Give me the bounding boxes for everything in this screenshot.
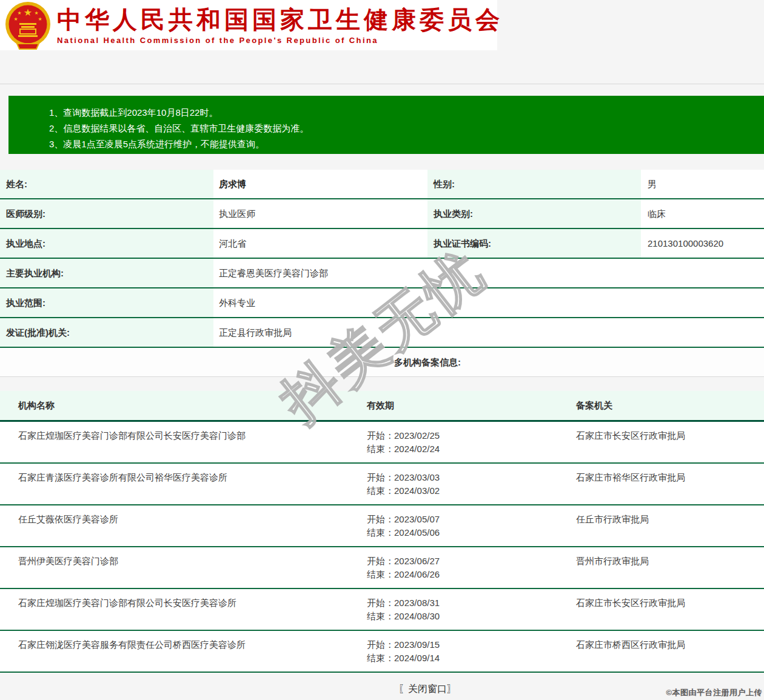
start-date: 2023/05/07: [394, 514, 440, 524]
info-row-name-gender: 姓名: 房求博 性别: 男: [0, 170, 764, 199]
header-band: ★ ★ ★ ★ ★ 中华人民共和国国家卫生健康委员会 National Heal…: [0, 0, 764, 52]
start-label: 开始：: [367, 598, 394, 608]
column-header-authority: 备案机关: [573, 391, 764, 420]
notice-box: 1、查询数据截止到2023年10月8日22时。 2、信息数据结果以各省、自治区、…: [8, 96, 764, 154]
scope-label: 执业范围:: [0, 288, 213, 317]
org-name-cell: 任丘艾薇依医疗美容诊所: [0, 505, 349, 546]
start-date: 2023/03/03: [394, 472, 440, 482]
start-date: 2023/09/15: [394, 639, 440, 650]
info-row-level-category: 医师级别: 执业医师 执业类别: 临床: [0, 199, 764, 229]
table-row: 石家庄煌珈医疗美容门诊部有限公司长安医疗美容诊所 开始：2023/08/31 结…: [0, 589, 764, 631]
cell-gap: [423, 199, 427, 228]
location-value: 河北省: [213, 229, 423, 258]
national-emblem-icon: ★ ★ ★ ★ ★: [5, 1, 51, 50]
footer: 〖关闭窗口〗: [0, 673, 764, 700]
end-date: 2024/02/24: [394, 444, 440, 454]
svg-text:★: ★: [24, 7, 32, 18]
page: ★ ★ ★ ★ ★ 中华人民共和国国家卫生健康委员会 National Heal…: [0, 0, 764, 700]
close-window-link[interactable]: 〖关闭窗口〗: [398, 684, 457, 694]
header-panel: ★ ★ ★ ★ ★ 中华人民共和国国家卫生健康委员会 National Heal…: [0, 0, 497, 50]
corner-watermark: ©本图由平台注册用户上传: [666, 687, 762, 698]
org-name-cell: 石家庄煌珈医疗美容门诊部有限公司长安医疗美容门诊部: [0, 422, 349, 462]
start-label: 开始：: [367, 430, 394, 441]
gender-value: 男: [641, 170, 764, 198]
gender-label: 性别:: [427, 170, 641, 198]
end-label: 结束：: [367, 444, 394, 454]
table-row: 石家庄煌珈医疗美容门诊部有限公司长安医疗美容门诊部 开始：2023/02/25 …: [0, 422, 764, 464]
spacer: [0, 377, 764, 391]
authority-cell: 任丘市行政审批局: [573, 505, 764, 546]
org-name-cell: 石家庄翎泷医疗美容服务有限责任公司桥西医疗美容诊所: [0, 631, 349, 672]
start-label: 开始：: [367, 639, 394, 650]
spacer: [0, 154, 764, 170]
site-title: 中华人民共和国国家卫生健康委员会: [57, 6, 503, 33]
table-row: 石家庄青漾医疗美容诊所有限公司裕华医疗美容诊所 开始：2023/03/03 结束…: [0, 464, 764, 505]
records-table-header: 机构名称 有效期 备案机关: [0, 391, 764, 422]
table-row: 任丘艾薇依医疗美容诊所 开始：2023/05/07 结束：2024/05/06 …: [0, 505, 764, 547]
doctor-info-table: 姓名: 房求博 性别: 男 医师级别: 执业医师 执业类别: 临床 执业地点: …: [0, 170, 764, 348]
notice-line-1: 1、查询数据截止到2023年10月8日22时。: [49, 105, 764, 121]
level-value: 执业医师: [213, 199, 423, 228]
start-date: 2023/08/31: [394, 598, 440, 608]
issuer-label: 发证(批准)机关:: [0, 318, 213, 347]
license-label: 执业证书编码:: [427, 229, 641, 258]
site-subtitle: National Health Commission of the People…: [57, 36, 503, 45]
org-name-cell: 晋州伊美医疗美容门诊部: [0, 547, 349, 588]
header-spacer: [0, 52, 764, 84]
validity-cell: 开始：2023/03/03 结束：2024/03/02: [349, 464, 573, 504]
category-value: 临床: [641, 199, 764, 228]
name-label: 姓名:: [0, 170, 213, 198]
validity-cell: 开始：2023/08/31 结束：2024/08/30: [349, 589, 573, 630]
info-row-issuer: 发证(批准)机关: 正定县行政审批局: [0, 318, 764, 348]
end-label: 结束：: [367, 569, 394, 579]
multi-org-section-title: 多机构备案信息:: [0, 348, 764, 377]
license-value: 210130100003620: [641, 229, 764, 258]
column-header-validity: 有效期: [349, 391, 573, 420]
start-label: 开始：: [367, 556, 394, 566]
svg-text:★: ★: [17, 10, 21, 16]
name-value: 房求博: [213, 170, 423, 198]
svg-text:★: ★: [34, 10, 38, 16]
table-row: 石家庄翎泷医疗美容服务有限责任公司桥西医疗美容诊所 开始：2023/09/15 …: [0, 631, 764, 673]
end-date: 2024/05/06: [394, 527, 440, 538]
validity-cell: 开始：2023/02/25 结束：2024/02/24: [349, 422, 573, 462]
scope-value: 外科专业: [213, 288, 764, 317]
category-label: 执业类别:: [427, 199, 641, 228]
notice-line-2: 2、信息数据结果以各省、自治区、直辖市卫生健康委数据为准。: [49, 121, 764, 136]
svg-text:★: ★: [13, 16, 18, 22]
validity-cell: 开始：2023/09/15 结束：2024/09/14: [349, 631, 573, 672]
svg-text:★: ★: [38, 16, 42, 22]
info-row-location-license: 执业地点: 河北省 执业证书编码: 210130100003620: [0, 229, 764, 259]
cell-gap: [423, 229, 427, 258]
end-date: 2024/08/30: [394, 611, 440, 621]
column-header-org: 机构名称: [0, 391, 349, 420]
end-label: 结束：: [367, 611, 394, 621]
end-date: 2024/06/26: [394, 569, 440, 579]
authority-cell: 晋州市行政审批局: [573, 547, 764, 588]
end-label: 结束：: [367, 485, 394, 496]
main-org-value: 正定睿恩美医疗美容门诊部: [213, 259, 764, 287]
start-date: 2023/06/27: [394, 556, 440, 566]
cell-gap: [423, 170, 427, 198]
start-date: 2023/02/25: [394, 430, 440, 441]
authority-cell: 石家庄市桥西区行政审批局: [573, 631, 764, 672]
spacer: [0, 84, 764, 96]
authority-cell: 石家庄市裕华区行政审批局: [573, 464, 764, 504]
authority-cell: 石家庄市长安区行政审批局: [573, 589, 764, 630]
org-name-cell: 石家庄煌珈医疗美容门诊部有限公司长安医疗美容诊所: [0, 589, 349, 630]
start-label: 开始：: [367, 514, 394, 524]
validity-cell: 开始：2023/05/07 结束：2024/05/06: [349, 505, 573, 546]
main-org-label: 主要执业机构:: [0, 259, 213, 287]
end-date: 2024/03/02: [394, 485, 440, 496]
org-name-cell: 石家庄青漾医疗美容诊所有限公司裕华医疗美容诊所: [0, 464, 349, 504]
validity-cell: 开始：2023/06/27 结束：2024/06/26: [349, 547, 573, 588]
start-label: 开始：: [367, 472, 394, 482]
end-date: 2024/09/14: [394, 653, 440, 663]
end-label: 结束：: [367, 527, 394, 538]
level-label: 医师级别:: [0, 199, 213, 228]
end-label: 结束：: [367, 653, 394, 663]
records-table: 机构名称 有效期 备案机关 石家庄煌珈医疗美容门诊部有限公司长安医疗美容门诊部 …: [0, 391, 764, 673]
info-row-main-org: 主要执业机构: 正定睿恩美医疗美容门诊部: [0, 259, 764, 288]
location-label: 执业地点:: [0, 229, 213, 258]
table-row: 晋州伊美医疗美容门诊部 开始：2023/06/27 结束：2024/06/26 …: [0, 547, 764, 589]
